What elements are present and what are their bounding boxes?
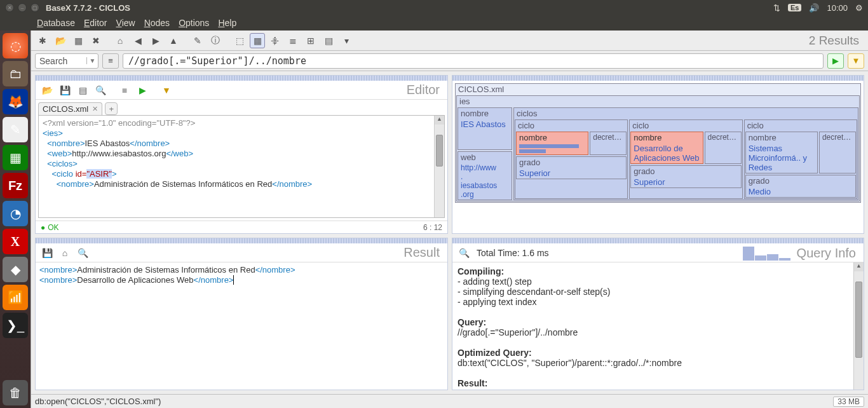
nav-back-icon[interactable]: ◀ (130, 33, 146, 48)
tab-label: CICLOS.xml (43, 104, 88, 114)
queryinfo-find-icon[interactable]: 🔍 (456, 245, 471, 261)
map-c3-nombre: Sistemas Microinformá.. y Redes (746, 143, 817, 173)
network-icon[interactable]: ⇅ (773, 3, 780, 13)
clock: 10:00 (827, 3, 848, 13)
menu-help[interactable]: Help (218, 18, 236, 28)
edit-icon[interactable]: ✎ (190, 33, 205, 48)
launcher-bluefish[interactable]: ◔ (3, 201, 28, 226)
nav-home-icon[interactable]: ⌂ (112, 33, 128, 48)
view-table-icon[interactable]: ▤ (321, 33, 336, 48)
editor-history-icon[interactable]: ▤ (75, 83, 90, 98)
map-ies-nombre: IES Abastos (458, 119, 512, 130)
memory-indicator[interactable]: 33 MB (833, 397, 864, 407)
launcher-files[interactable]: 🗀 (3, 61, 28, 86)
queryinfo-title: Query Info (797, 246, 860, 261)
menu-editor[interactable]: Editor (84, 18, 107, 28)
query-bar: ▼ ≡ ▶ ▼ (31, 51, 868, 71)
history-icon[interactable]: ≡ (102, 53, 119, 69)
launcher-filezilla[interactable]: Fz (3, 173, 28, 198)
run-query-button[interactable]: ▶ (827, 53, 844, 69)
view-explorer-icon[interactable]: ▾ (339, 33, 354, 48)
map-c1-grado: Superior (517, 168, 626, 179)
window-close-icon[interactable]: ✕ (5, 3, 14, 12)
menu-database[interactable]: Database (37, 18, 75, 28)
basex-window: ✱ 📂 ▦ ✖ ⌂ ◀ ▶ ▲ ✎ ⓘ ⬚ ▦ ⸎ ≣ ⊞ ▤ ▾ 2 Resu… (31, 31, 868, 408)
menu-nodes[interactable]: Nodes (144, 18, 170, 28)
chevron-down-icon[interactable]: ▼ (86, 57, 98, 64)
scrollbar[interactable]: ▲ (853, 262, 864, 390)
result-pane: 💾 ⌂ 🔍 Result <nombre>Administración de S… (35, 238, 448, 390)
view-folder-icon[interactable]: ≣ (285, 33, 301, 48)
queryinfo-text[interactable]: Compiling: - adding text() step - simpli… (452, 262, 864, 390)
result-save-icon[interactable]: 💾 (39, 245, 55, 261)
search-mode-input[interactable] (36, 56, 86, 66)
view-tree-icon[interactable]: ⸎ (268, 33, 283, 48)
search-mode-select[interactable]: ▼ (35, 53, 98, 69)
sound-icon[interactable]: 🔊 (809, 3, 819, 13)
nav-up-icon[interactable]: ▲ (166, 33, 181, 48)
launcher-basex[interactable]: X (3, 229, 28, 254)
close-db-icon[interactable]: ✖ (88, 33, 104, 48)
open-db-icon[interactable]: 📂 (53, 33, 68, 48)
editor-find-icon[interactable]: 🔍 (93, 83, 108, 98)
editor-open-icon[interactable]: 📂 (39, 83, 55, 98)
window-maximize-icon[interactable]: ▢ (31, 3, 39, 12)
editor-run-icon[interactable]: ▶ (135, 83, 150, 98)
result-title: Result (403, 245, 444, 260)
map-view[interactable]: CICLOS.xml ies nombre IES Abastos (452, 81, 864, 233)
info-icon[interactable]: ⓘ (208, 33, 223, 48)
launcher-app-generic[interactable]: ◆ (3, 257, 28, 282)
launcher-rss[interactable]: 📶 (3, 285, 28, 310)
pane-grip[interactable] (452, 238, 864, 243)
queryinfo-time: Total Time: 1.6 ms (477, 248, 549, 258)
pane-grip[interactable] (36, 238, 447, 243)
tab-close-icon[interactable]: ✕ (92, 105, 98, 113)
map-ies-web: http://www . iesabastos .org (458, 163, 512, 200)
map-c1-nombre-hit: nombre (517, 132, 588, 143)
editor-save-icon[interactable]: 💾 (57, 83, 72, 98)
launcher-trash[interactable]: 🗑 (3, 380, 28, 405)
view-plot-icon[interactable]: ⊞ (303, 33, 318, 48)
xquery-input[interactable] (123, 53, 824, 69)
pane-grip[interactable] (452, 76, 864, 81)
view-map-icon[interactable]: ▦ (250, 33, 265, 48)
map-ies-label: ies (457, 96, 859, 107)
status-text: db:open("CICLOS","CICLOS.xml") (35, 397, 161, 406)
launcher-firefox[interactable]: 🦊 (3, 89, 28, 114)
scrollbar[interactable]: ▲ (434, 116, 444, 217)
query-info-pane: 🔍 Total Time: 1.6 ms Query Info Compilin… (452, 238, 864, 390)
result-text[interactable]: <nombre>Administración de Sistemas Infor… (36, 262, 447, 390)
nav-fwd-icon[interactable]: ▶ (148, 33, 163, 48)
queryinfo-timing-chart (743, 245, 790, 261)
editor-filter-icon[interactable]: ▼ (159, 83, 174, 98)
new-tab-button[interactable]: + (105, 102, 118, 115)
new-db-icon[interactable]: ✱ (35, 33, 50, 48)
window-title: BaseX 7.7.2 - CICLOS (46, 3, 130, 13)
menu-view[interactable]: View (116, 18, 135, 28)
editor-tab[interactable]: CICLOS.xml ✕ (38, 102, 102, 115)
code-editor[interactable]: <?xml version="1.0" encoding="UTF-8"?> <… (38, 115, 445, 218)
settings-gear-icon[interactable]: ⚙ (855, 3, 863, 13)
launcher-terminal[interactable]: ❯_ (3, 313, 28, 338)
launcher-dash[interactable]: ◌ (3, 33, 28, 58)
launcher-gedit[interactable]: ✎ (3, 117, 28, 142)
launcher-calc[interactable]: ▦ (3, 145, 28, 170)
editor-stop-icon[interactable]: ■ (117, 83, 132, 98)
db-props-icon[interactable]: ▦ (71, 33, 86, 48)
menu-options[interactable]: Options (179, 18, 209, 28)
result-find-icon[interactable]: 🔍 (75, 245, 90, 261)
view-editor-icon[interactable]: ⬚ (232, 33, 247, 48)
map-c2-grado: Superior (631, 177, 740, 187)
window-minimize-icon[interactable]: – (18, 3, 27, 12)
result-home-icon[interactable]: ⌂ (57, 245, 72, 261)
editor-title: Editor (407, 83, 444, 97)
menu-bar: Database Editor View Nodes Options Help (0, 15, 868, 31)
filter-button[interactable]: ▼ (848, 53, 864, 69)
unity-launcher: ◌ 🗀 🦊 ✎ ▦ Fz ◔ X ◆ 📶 ❯_ 🗑 (0, 31, 31, 408)
map-c2-nombre-hit: nombre (631, 132, 702, 143)
keyboard-lang-indicator[interactable]: Es (788, 4, 801, 11)
main-toolbar: ✱ 📂 ▦ ✖ ⌂ ◀ ▶ ▲ ✎ ⓘ ⬚ ▦ ⸎ ≣ ⊞ ▤ ▾ 2 Resu… (31, 31, 868, 51)
map-root-label: CICLOS.xml (456, 84, 860, 95)
map-c3-grado: Medio (746, 186, 855, 197)
pane-grip[interactable] (36, 76, 447, 81)
